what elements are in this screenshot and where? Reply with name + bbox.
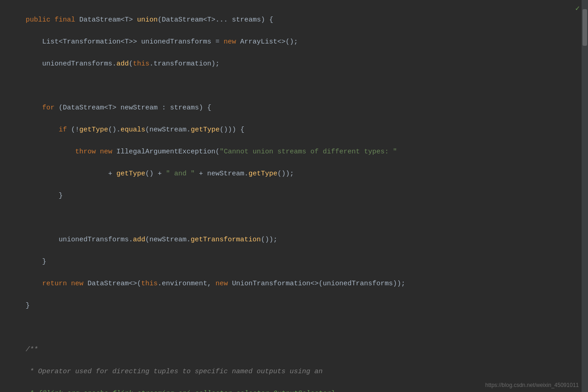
- keyword-return: return: [42, 280, 67, 288]
- method-gettype-2: getType: [191, 126, 220, 134]
- code-line-17: * Operator used for directing tuples to …: [9, 366, 588, 377]
- keyword-throw: throw: [75, 148, 96, 156]
- code-content: public final DataStream<T> union(DataStr…: [0, 0, 588, 392]
- method-equals: equals: [121, 126, 145, 134]
- method-union: union: [137, 16, 158, 24]
- keyword-public: public: [9, 16, 50, 24]
- code-line-2: List<Transformation<T>> unionedTransform…: [9, 37, 588, 48]
- method-add-2: add: [133, 236, 145, 244]
- keyword-new-1: new: [224, 38, 236, 46]
- code-editor: public final DataStream<T> union(DataStr…: [0, 0, 588, 392]
- comment-operator: * Operator used for directing tuples to …: [9, 368, 323, 376]
- code-line-9: }: [9, 191, 588, 201]
- scrollbar[interactable]: [582, 0, 588, 392]
- comment-javadoc-start: /**: [9, 346, 38, 354]
- code-line-7: throw new IllegalArgumentException("Cann…: [9, 147, 588, 158]
- keyword-new-3: new: [71, 280, 83, 288]
- code-line-3: unionedTransforms.add(this.transformatio…: [9, 59, 588, 70]
- code-line-12: }: [9, 256, 588, 267]
- string-and: " and ": [166, 170, 195, 178]
- code-line-8: + getType() + " and " + newStream.getTyp…: [9, 169, 588, 180]
- method-gettransformation: getTransformation: [191, 236, 261, 244]
- code-line-10: [9, 212, 588, 223]
- checkmark-icon: ✓: [575, 4, 580, 13]
- method-add-1: add: [116, 60, 129, 68]
- code-line-1: public final DataStream<T> union(DataStr…: [9, 15, 588, 26]
- method-gettype-3: getType: [116, 170, 145, 178]
- keyword-new-4: new: [215, 280, 228, 288]
- code-line-6: if (!getType().equals(newStream.getType(…: [9, 125, 588, 136]
- scrollbar-thumb[interactable]: [583, 9, 587, 46]
- code-line-14: }: [9, 300, 588, 311]
- code-line-15: [9, 322, 588, 333]
- string-cannot-union: "Cannot union streams of different types…: [220, 148, 397, 156]
- keyword-this-2: this: [141, 280, 158, 288]
- code-line-5: for (DataStream<T> newStream : streams) …: [9, 103, 588, 114]
- code-line-16: /**: [9, 344, 588, 355]
- watermark-text: https://blog.csdn.net/weixin_45091011: [485, 382, 579, 388]
- code-line-4: [9, 81, 588, 92]
- method-gettype-4: getType: [248, 170, 277, 178]
- method-gettype-1: getType: [79, 126, 108, 134]
- code-line-18: * {@link org.apache.flink.streaming.api.…: [9, 388, 588, 392]
- keyword-final: final: [55, 16, 75, 24]
- keyword-if: if: [59, 126, 67, 134]
- keyword-for: for: [42, 104, 55, 112]
- code-line-13: return new DataStream<>(this.environment…: [9, 278, 588, 289]
- code-line-11: unionedTransforms.add(newStream.getTrans…: [9, 234, 588, 245]
- keyword-this-1: this: [133, 60, 149, 68]
- keyword-new-2: new: [100, 148, 112, 156]
- comment-link-outputselector: * {@link org.apache.flink.streaming.api.…: [9, 390, 339, 392]
